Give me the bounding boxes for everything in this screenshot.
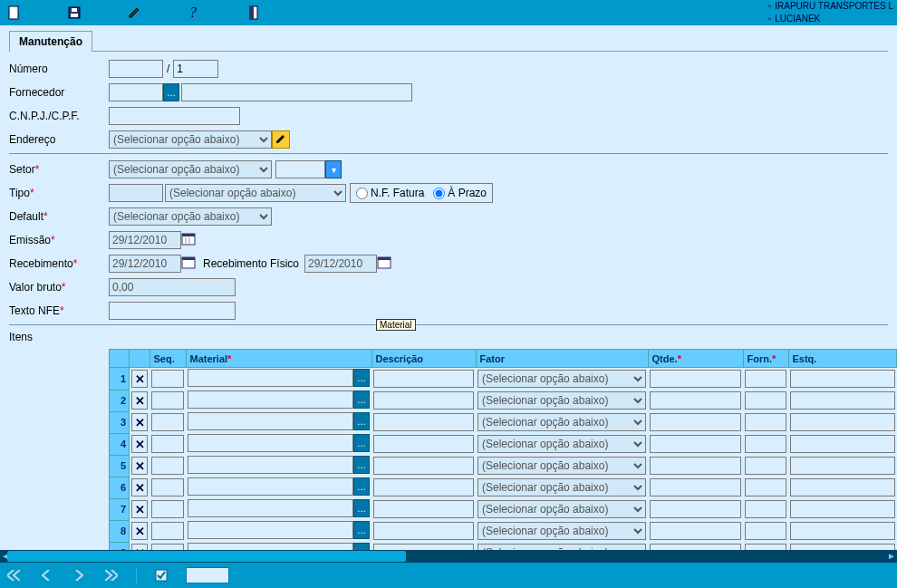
- footer-check-icon[interactable]: [153, 567, 169, 583]
- qtde-input[interactable]: [650, 478, 741, 496]
- material-input[interactable]: [188, 456, 353, 474]
- forn-input[interactable]: [745, 500, 786, 518]
- save-icon[interactable]: [67, 5, 82, 20]
- material-lookup-button[interactable]: …: [353, 499, 370, 517]
- qtde-input[interactable]: [650, 391, 741, 410]
- nav-prev-icon[interactable]: [38, 567, 54, 583]
- emissao-input[interactable]: [109, 231, 181, 249]
- forn-input[interactable]: [745, 522, 786, 540]
- forn-input[interactable]: [745, 413, 786, 431]
- seq-input[interactable]: [151, 391, 184, 410]
- descricao-input[interactable]: [373, 500, 474, 518]
- fator-select[interactable]: (Selecionar opção abaixo): [477, 500, 646, 518]
- material-lookup-button[interactable]: …: [353, 369, 370, 387]
- descricao-input[interactable]: [373, 435, 474, 453]
- nav-next-icon[interactable]: [71, 567, 87, 583]
- endereco-select[interactable]: (Selecionar opção abaixo): [109, 130, 272, 149]
- radio-nf-fatura[interactable]: N.F. Fatura: [356, 187, 424, 199]
- qtde-input[interactable]: [650, 457, 741, 475]
- qtde-input[interactable]: [650, 413, 741, 431]
- setor-select[interactable]: (Selecionar opção abaixo): [109, 160, 272, 178]
- material-input[interactable]: [188, 390, 353, 409]
- endereco-edit-button[interactable]: [272, 130, 290, 149]
- setor-extra-input[interactable]: [275, 160, 325, 178]
- seq-input[interactable]: [151, 370, 184, 388]
- material-input[interactable]: [188, 499, 353, 517]
- footer-page-input[interactable]: [186, 567, 229, 583]
- fator-select[interactable]: (Selecionar opção abaixo): [477, 478, 646, 496]
- forn-input[interactable]: [745, 457, 786, 475]
- material-input[interactable]: [188, 477, 353, 496]
- estq-input[interactable]: [790, 413, 895, 431]
- material-input[interactable]: [188, 412, 353, 430]
- estq-input[interactable]: [790, 522, 895, 540]
- forn-input[interactable]: [745, 370, 786, 388]
- texto-nfe-input[interactable]: [109, 302, 236, 320]
- descricao-input[interactable]: [373, 391, 474, 410]
- scroll-thumb[interactable]: [7, 551, 406, 562]
- setor-dropdown-button[interactable]: ▾: [325, 160, 342, 178]
- fornecedor-name-input[interactable]: [181, 83, 412, 101]
- exit-icon[interactable]: [246, 5, 261, 20]
- numero-a-input[interactable]: [109, 60, 163, 78]
- qtde-input[interactable]: [650, 435, 741, 453]
- seq-input[interactable]: [151, 478, 184, 496]
- material-lookup-button[interactable]: …: [353, 521, 370, 539]
- valor-bruto-input[interactable]: [109, 278, 236, 296]
- help-icon[interactable]: ?: [187, 5, 201, 20]
- tab-manutencao[interactable]: Manutenção: [9, 31, 92, 52]
- horizontal-scrollbar[interactable]: ◄ ►: [0, 550, 897, 563]
- nav-first-icon[interactable]: [5, 567, 22, 583]
- qtde-input[interactable]: [650, 522, 741, 540]
- row-delete-button[interactable]: ✕: [131, 413, 148, 431]
- forn-input[interactable]: [745, 391, 786, 410]
- qtde-input[interactable]: [650, 370, 741, 388]
- estq-input[interactable]: [790, 478, 895, 496]
- row-delete-button[interactable]: ✕: [131, 391, 148, 410]
- row-delete-button[interactable]: ✕: [131, 370, 148, 388]
- nav-last-icon[interactable]: [103, 567, 120, 583]
- fator-select[interactable]: (Selecionar opção abaixo): [477, 435, 646, 453]
- estq-input[interactable]: [790, 370, 895, 388]
- row-delete-button[interactable]: ✕: [131, 478, 148, 496]
- row-delete-button[interactable]: ✕: [131, 457, 148, 475]
- fator-select[interactable]: (Selecionar opção abaixo): [477, 391, 646, 410]
- fator-select[interactable]: (Selecionar opção abaixo): [477, 370, 646, 388]
- row-delete-button[interactable]: ✕: [131, 500, 148, 518]
- descricao-input[interactable]: [373, 457, 474, 475]
- material-lookup-button[interactable]: …: [353, 477, 370, 496]
- recebimento-calendar-button[interactable]: [181, 255, 198, 272]
- fator-select[interactable]: (Selecionar opção abaixo): [477, 522, 646, 540]
- seq-input[interactable]: [151, 522, 184, 540]
- material-lookup-button[interactable]: …: [353, 456, 370, 474]
- edit-icon[interactable]: [127, 5, 141, 20]
- fator-select[interactable]: (Selecionar opção abaixo): [477, 457, 646, 475]
- descricao-input[interactable]: [373, 478, 474, 496]
- seq-input[interactable]: [151, 435, 184, 453]
- seq-input[interactable]: [151, 457, 184, 475]
- fator-select[interactable]: (Selecionar opção abaixo): [477, 413, 646, 431]
- recebimento-input[interactable]: [109, 255, 181, 273]
- forn-input[interactable]: [745, 478, 786, 496]
- descricao-input[interactable]: [373, 522, 474, 540]
- cnpj-input[interactable]: [109, 107, 240, 125]
- scroll-right-arrow[interactable]: ►: [886, 550, 897, 563]
- material-input[interactable]: [188, 369, 353, 387]
- tipo-select[interactable]: (Selecionar opção abaixo): [165, 184, 346, 202]
- material-input[interactable]: [188, 434, 353, 452]
- estq-input[interactable]: [790, 500, 895, 518]
- new-doc-icon[interactable]: [7, 5, 22, 20]
- estq-input[interactable]: [790, 435, 895, 453]
- fornecedor-code-input[interactable]: [109, 83, 163, 101]
- seq-input[interactable]: [151, 413, 184, 431]
- material-lookup-button[interactable]: …: [353, 390, 370, 409]
- row-delete-button[interactable]: ✕: [131, 522, 148, 540]
- seq-input[interactable]: [151, 500, 184, 518]
- default-select[interactable]: (Selecionar opção abaixo): [109, 207, 272, 226]
- material-input[interactable]: [188, 521, 353, 539]
- descricao-input[interactable]: [373, 370, 474, 388]
- recebimento-fisico-calendar-button[interactable]: [377, 255, 393, 272]
- estq-input[interactable]: [790, 457, 895, 475]
- numero-b-input[interactable]: [173, 60, 218, 78]
- recebimento-fisico-input[interactable]: [304, 255, 377, 273]
